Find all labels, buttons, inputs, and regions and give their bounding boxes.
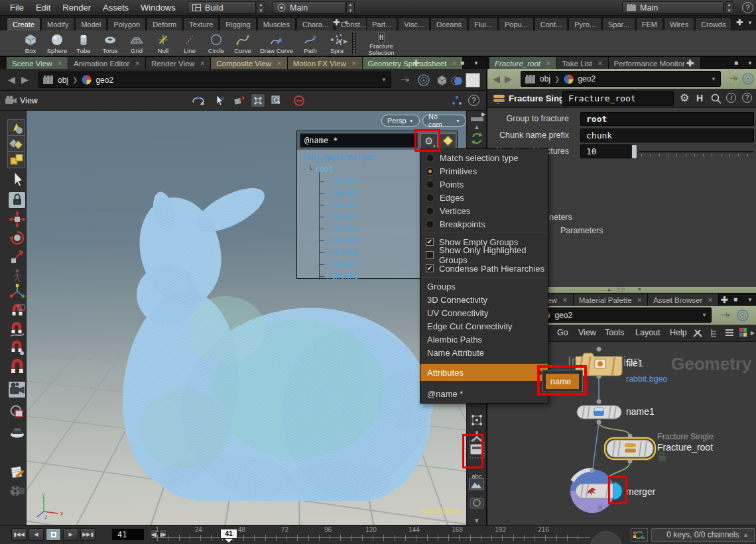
view-transform-icon[interactable] xyxy=(232,93,247,108)
node-name-field[interactable]: Fracture_root xyxy=(562,91,674,106)
menu-item-primitives[interactable]: Primitives xyxy=(420,164,548,178)
left-tab-animationeditor[interactable]: Animation Editor✕ xyxy=(68,57,146,70)
snap-curve-icon[interactable] xyxy=(8,321,26,339)
left-pane-add-tab[interactable]: ✚ xyxy=(407,57,425,70)
tool-fracture-selection[interactable]: H FractureSelection xyxy=(361,32,401,56)
link-icon[interactable] xyxy=(418,74,430,86)
shelf-tab-pyro[interactable]: Pyro... xyxy=(568,17,601,30)
network-tab-close-icon[interactable]: ✕ xyxy=(562,297,568,303)
camera-display-icon[interactable] xyxy=(469,495,485,511)
tool-tube[interactable]: Tube xyxy=(70,32,97,54)
tool-draw-curve[interactable]: Draw Curve xyxy=(256,32,297,54)
param-value-1[interactable]: chunk xyxy=(580,129,754,142)
tool-sphere[interactable]: Sphere xyxy=(44,32,70,54)
shelf-tab-oceans[interactable]: Oceans xyxy=(430,17,468,30)
menu-item-3d-connectivity[interactable]: 3D Connectivity xyxy=(420,293,548,306)
shaded-sphere-icon[interactable] xyxy=(451,75,463,86)
menu-windows[interactable]: Windows xyxy=(135,0,182,15)
network-treeview-icon[interactable] xyxy=(710,328,719,338)
path-root[interactable]: obj xyxy=(58,76,68,85)
scene-selector[interactable]: Main xyxy=(273,1,346,14)
menu-item-match-selection-type[interactable]: Match selection type xyxy=(420,151,548,164)
shelf-tab-muscles[interactable]: Muscles xyxy=(257,17,296,30)
playhead[interactable]: 41 xyxy=(220,529,237,539)
left-tab-renderview[interactable]: Render View✕ xyxy=(146,57,211,70)
param-tab-fractureroot[interactable]: Fracture_root✕ xyxy=(489,57,557,70)
menu-item-breakpoints[interactable]: Breakpoints xyxy=(420,217,548,231)
left-tab-close-icon[interactable]: ✕ xyxy=(200,60,206,67)
shelf-tab-popu[interactable]: Popu... xyxy=(499,17,534,30)
render-icon[interactable] xyxy=(8,482,26,500)
param-tab-close-icon[interactable]: ✕ xyxy=(598,60,603,67)
shelf-overflow-left[interactable]: ◀ xyxy=(337,38,341,44)
left-tab-close-icon[interactable]: ✕ xyxy=(277,60,282,67)
param-pin-icon[interactable]: ⊣▪ xyxy=(729,74,737,83)
pose-tool-icon[interactable] xyxy=(8,267,26,284)
view-camera-icon[interactable] xyxy=(5,95,17,105)
render-region-icon[interactable] xyxy=(8,404,26,421)
network-tab-materialpalette[interactable]: Material Palette✕ xyxy=(574,294,648,306)
secure-selection-icon[interactable] xyxy=(8,191,26,209)
points-display-icon[interactable] xyxy=(469,412,485,428)
rstrip-overflow-icon[interactable]: ▶ xyxy=(481,111,485,117)
view-no-snap-icon[interactable] xyxy=(292,93,306,108)
tool-null[interactable]: Null xyxy=(150,32,176,54)
network-pin-icon[interactable]: ⊣▪ xyxy=(721,311,729,319)
menu-item-show-only-highlighted-groups[interactable]: Show Only Highlighted Groups xyxy=(420,248,548,262)
fracture-node-icon[interactable] xyxy=(493,93,506,104)
keys-status[interactable]: 0 keys, 0/0 channels▲ xyxy=(651,528,755,542)
scene-path-widget[interactable]: obj ❯ geo2 ▼ xyxy=(38,72,391,88)
shelf-tab-flui[interactable]: Flui... xyxy=(468,17,498,30)
snap-point-icon[interactable] xyxy=(8,340,26,357)
network-scene-selector[interactable]: Main xyxy=(622,1,724,14)
param-search-icon[interactable] xyxy=(711,93,722,104)
network-maximize[interactable]: ■ xyxy=(733,296,737,303)
shelf-tab-fem[interactable]: FEM xyxy=(636,17,663,30)
param-info-icon[interactable]: i xyxy=(726,93,736,103)
network-listview-icon[interactable] xyxy=(724,328,735,338)
pin-icon[interactable]: ⊣▪ xyxy=(401,76,409,84)
snap-multi-icon[interactable] xyxy=(8,358,26,376)
view-secure-selection-icon[interactable] xyxy=(251,93,265,108)
param-nav-forward-icon[interactable]: ▶ xyxy=(505,74,512,84)
param-pane-add-tab[interactable]: ✚ xyxy=(681,57,699,70)
light-tool-icon[interactable] xyxy=(8,423,26,441)
geometry-cube-icon[interactable] xyxy=(436,75,448,86)
help-icon[interactable]: ? xyxy=(742,2,753,13)
network-scene-spinner[interactable]: ▲▼ xyxy=(725,1,733,14)
menu-item-edge-cut-connectivity[interactable]: Edge Cut Connectivity xyxy=(420,319,548,333)
param-value-0[interactable]: root xyxy=(580,112,754,126)
left-tab-close-icon[interactable]: ✕ xyxy=(135,60,140,67)
view-select-icon[interactable] xyxy=(212,93,227,108)
desktop-spinner[interactable]: ▲▼ xyxy=(257,1,265,14)
shelf-tab-crowds[interactable]: Crowds xyxy=(695,17,731,30)
shelf-tab-wires[interactable]: Wires xyxy=(664,17,694,30)
network-menu-help[interactable]: Help xyxy=(670,328,687,337)
fracture-slider-handle[interactable] xyxy=(631,144,637,159)
view-zoom-icon[interactable] xyxy=(269,93,284,108)
group-filter-field[interactable]: @name * xyxy=(300,133,418,148)
network-menu-view[interactable]: View xyxy=(578,328,596,337)
menu-item-groups[interactable]: Groups xyxy=(420,280,548,293)
network-menu-caret[interactable]: ▼ xyxy=(747,297,753,303)
network-menu-layout[interactable]: Layout xyxy=(635,328,661,337)
timeline-ruler[interactable]: 124487296120144168192216 xyxy=(0,525,597,544)
desktop-selector[interactable]: Build xyxy=(188,1,256,14)
param-link-icon[interactable] xyxy=(742,73,754,85)
shelf-add-tab-left[interactable]: ✚ xyxy=(329,18,344,27)
left-tab-motionfxview[interactable]: Motion FX View✕ xyxy=(288,57,363,70)
shelf-tab-visc[interactable]: Visc... xyxy=(398,17,430,30)
shelf-tab-modify[interactable]: Modify xyxy=(41,17,74,30)
menu-item-attributes[interactable]: Attributes▶ xyxy=(420,364,548,381)
left-pane-maximize[interactable]: ■ xyxy=(460,59,464,66)
menu-item-vertices[interactable]: Vertices xyxy=(420,204,548,217)
shelf-add-tab-right[interactable]: ✚ xyxy=(732,18,747,27)
menu-item-condense-path-hierarchies[interactable]: ✔Condense Path Hierarchies xyxy=(420,262,548,275)
network-tab-close-icon[interactable]: ✕ xyxy=(637,297,643,303)
shelf-tab-deform[interactable]: Deform xyxy=(147,17,182,30)
display-white-icon[interactable] xyxy=(466,73,480,87)
node-fracture[interactable]: Fracture Single Fracture_root xyxy=(605,432,714,464)
projection-selector[interactable]: Persp▼ xyxy=(381,115,420,127)
menu-file[interactable]: File xyxy=(4,0,30,15)
recook-icon[interactable] xyxy=(469,131,485,146)
